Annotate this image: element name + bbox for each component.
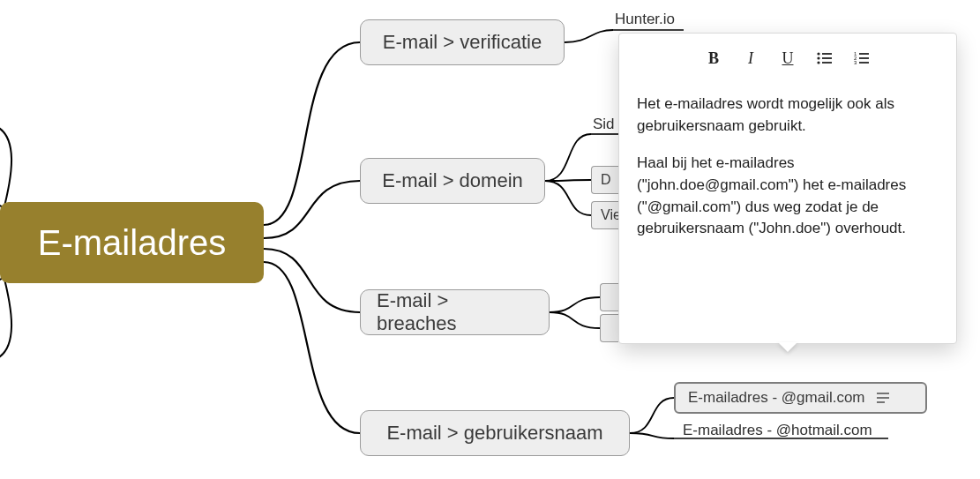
- leaf-label: E-mailadres - @hotmail.com: [683, 422, 872, 438]
- note-paragraph: Haal bij het e-mailadres ("john.doe@gmai…: [637, 153, 939, 240]
- leaf-label: Hunter.io: [615, 11, 675, 27]
- branch-node-breaches[interactable]: E-mail > breaches: [360, 289, 550, 335]
- bold-button[interactable]: B: [704, 49, 723, 68]
- leaf-domein-partial-1[interactable]: Sid: [593, 116, 618, 133]
- branch-label: E-mail > domein: [382, 169, 523, 192]
- leaf-label: D: [601, 172, 611, 188]
- note-popup-toolbar: B I U 1 2 3: [619, 34, 956, 78]
- svg-point-7: [817, 56, 819, 59]
- leaf-hunter-io[interactable]: Hunter.io: [615, 11, 675, 28]
- branch-label: E-mail > verificatie: [383, 31, 542, 54]
- leaf-domein-partial-2[interactable]: D: [591, 166, 618, 194]
- note-popup: B I U 1 2 3 Het e-mailadres w: [618, 33, 957, 344]
- svg-point-6: [817, 52, 819, 55]
- leaf-domein-partial-3[interactable]: Vie: [591, 201, 618, 229]
- root-node-label: E-mailadres: [38, 223, 226, 263]
- bullet-list-icon: [817, 51, 833, 65]
- branch-node-gebruikersnaam[interactable]: E-mail > gebruikersnaam: [360, 410, 630, 456]
- leaf-label: Vie: [601, 207, 618, 223]
- bullet-list-button[interactable]: [815, 49, 834, 68]
- numbered-list-button[interactable]: 1 2 3: [852, 49, 872, 68]
- svg-point-8: [817, 61, 819, 64]
- root-node-emailadres[interactable]: E-mailadres: [0, 202, 264, 283]
- numbered-list-icon: 1 2 3: [854, 51, 870, 65]
- branch-node-verificatie[interactable]: E-mail > verificatie: [360, 19, 565, 65]
- leaf-label: E-mailadres - @gmail.com: [688, 389, 865, 407]
- branch-node-domein[interactable]: E-mail > domein: [360, 158, 545, 204]
- svg-text:3: 3: [854, 60, 857, 65]
- note-paragraph: Het e-mailadres wordt mogelijk ook als g…: [637, 94, 939, 137]
- leaf-label: Sid: [593, 116, 615, 132]
- note-icon: [876, 392, 890, 404]
- leaf-breaches-partial-2[interactable]: [600, 314, 618, 342]
- underline-button[interactable]: U: [778, 49, 797, 68]
- leaf-gebr-hotmail[interactable]: E-mailadres - @hotmail.com: [683, 422, 872, 439]
- italic-button[interactable]: I: [741, 49, 760, 68]
- branch-label: E-mail > gebruikersnaam: [386, 422, 602, 445]
- leaf-gebr-gmail-selected[interactable]: E-mailadres - @gmail.com: [674, 382, 927, 414]
- note-popup-tail: [778, 342, 797, 352]
- branch-label: E-mail > breaches: [377, 289, 533, 335]
- note-popup-body[interactable]: Het e-mailadres wordt mogelijk ook als g…: [619, 78, 956, 343]
- leaf-breaches-partial-1[interactable]: [600, 283, 618, 311]
